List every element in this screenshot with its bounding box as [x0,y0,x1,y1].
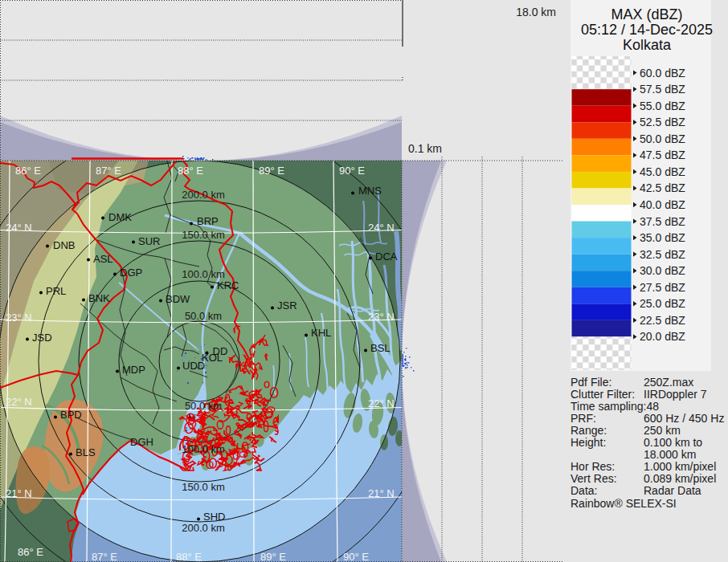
svg-text:50.0 km: 50.0 km [185,310,222,322]
svg-text:22° N: 22° N [368,397,395,409]
svg-text:600 Hz / 450 Hz: 600 Hz / 450 Hz [644,412,724,425]
svg-text:25.0 dBZ: 25.0 dBZ [640,297,685,310]
svg-text:BDW: BDW [166,293,190,305]
svg-text:42.5 dBZ: 42.5 dBZ [640,181,685,194]
svg-text:UDD: UDD [182,360,205,372]
svg-text:60.0 dBZ: 60.0 dBZ [640,67,685,79]
svg-text:MDP: MDP [122,364,145,376]
svg-text:23° N: 23° N [368,311,395,323]
svg-text:DCA: DCA [375,250,398,263]
svg-text:88° E: 88° E [176,551,202,562]
svg-text:DNB: DNB [53,239,75,251]
svg-text:Rainbow® SELEX-SI: Rainbow® SELEX-SI [571,497,677,510]
svg-text:PRF:: PRF: [571,412,596,425]
svg-text:86° E: 86° E [18,546,43,558]
svg-text:37.5 dBZ: 37.5 dBZ [640,215,685,228]
svg-text:40.0 dBZ: 40.0 dBZ [640,198,685,211]
svg-text:30.0 dBZ: 30.0 dBZ [640,264,685,277]
svg-text:DGH: DGH [130,436,153,448]
svg-text:0.089 km/pixel: 0.089 km/pixel [644,472,716,485]
svg-text:Time sampling:48: Time sampling:48 [571,400,659,413]
svg-text:PRL: PRL [46,285,66,297]
svg-text:250Z.max: 250Z.max [644,376,693,389]
svg-text:55.0 dBZ: 55.0 dBZ [640,100,685,112]
svg-text:88° E: 88° E [178,165,203,177]
svg-text:45.0 dBZ: 45.0 dBZ [640,165,685,178]
svg-text:21° N: 21° N [368,487,395,499]
svg-text:DMK: DMK [108,211,132,223]
svg-text:KRC: KRC [217,279,239,291]
svg-text:BNK: BNK [88,292,110,304]
svg-text:150.0 km: 150.0 km [182,229,224,241]
svg-text:24° N: 24° N [6,222,32,234]
svg-text:Pdf File:: Pdf File: [571,376,611,389]
svg-text:JSD: JSD [32,332,52,344]
svg-text:Data:: Data: [571,484,597,497]
svg-text:KHL: KHL [311,327,331,339]
svg-text:Range:: Range: [571,424,607,437]
svg-text:Radar Data: Radar Data [644,484,701,497]
svg-text:20.0 dBZ: 20.0 dBZ [640,330,685,343]
svg-text:Vert Res:: Vert Res: [571,472,617,485]
svg-text:90° E: 90° E [343,551,369,562]
svg-text:22.5 dBZ: 22.5 dBZ [640,314,685,327]
svg-text:SUR: SUR [138,235,160,247]
svg-text:.: . [193,421,194,426]
svg-text:BSL: BSL [370,342,391,354]
svg-text:JSR: JSR [277,299,297,312]
svg-text:87° E: 87° E [92,551,117,562]
svg-text:BLS: BLS [76,446,96,458]
svg-text:0.1 km: 0.1 km [408,142,442,155]
svg-text:1.000 km/pixel: 1.000 km/pixel [644,460,716,473]
svg-text:ASL: ASL [93,253,113,265]
svg-text:87° E: 87° E [96,165,121,177]
svg-text:200.0 km: 200.0 km [182,522,224,534]
svg-text:32.5 dBZ: 32.5 dBZ [640,248,685,261]
svg-text:Hor Res:: Hor Res: [571,460,615,473]
svg-text:MAX (dBZ): MAX (dBZ) [611,6,682,22]
svg-text:90° E: 90° E [339,165,365,177]
svg-text:50.0 dBZ: 50.0 dBZ [640,132,685,145]
svg-text:22° N: 22° N [6,396,32,408]
svg-text:1.3: 1.3 [188,413,196,419]
svg-text:52.5 dBZ: 52.5 dBZ [640,116,685,128]
svg-text:23° N: 23° N [6,312,32,324]
svg-text:200.0 km: 200.0 km [182,189,224,201]
svg-text:89° E: 89° E [260,551,286,562]
svg-text:57.5 dBZ: 57.5 dBZ [640,83,685,96]
svg-text:24° N: 24° N [368,222,395,234]
svg-text:27.5 dBZ: 27.5 dBZ [640,281,685,294]
svg-text:47.5 dBZ: 47.5 dBZ [640,149,685,161]
svg-text:89° E: 89° E [259,165,284,177]
svg-text:Height:: Height: [571,436,606,449]
svg-text:DGP: DGP [120,267,142,279]
svg-text:MNS: MNS [358,185,382,197]
svg-text:BPD: BPD [60,409,82,421]
svg-text:18.0 km: 18.0 km [516,6,556,18]
svg-text:05:12 / 14-Dec-2025: 05:12 / 14-Dec-2025 [581,22,713,38]
svg-text:SHD: SHD [203,511,225,523]
svg-text:50.0 km: 50.0 km [185,400,222,412]
svg-text:86° E: 86° E [15,165,41,177]
svg-text:Kolkata: Kolkata [623,37,672,53]
svg-text:150.0 km: 150.0 km [182,481,224,493]
svg-text:18.000 km: 18.000 km [644,448,696,461]
svg-text:BRP: BRP [197,215,219,227]
svg-text:250 km: 250 km [644,424,681,437]
svg-text:35.0 dBZ: 35.0 dBZ [640,231,685,244]
svg-text:,1: ,1 [183,426,188,432]
svg-text:100.0 km: 100.0 km [182,443,224,455]
svg-text:21° N: 21° N [6,487,32,499]
